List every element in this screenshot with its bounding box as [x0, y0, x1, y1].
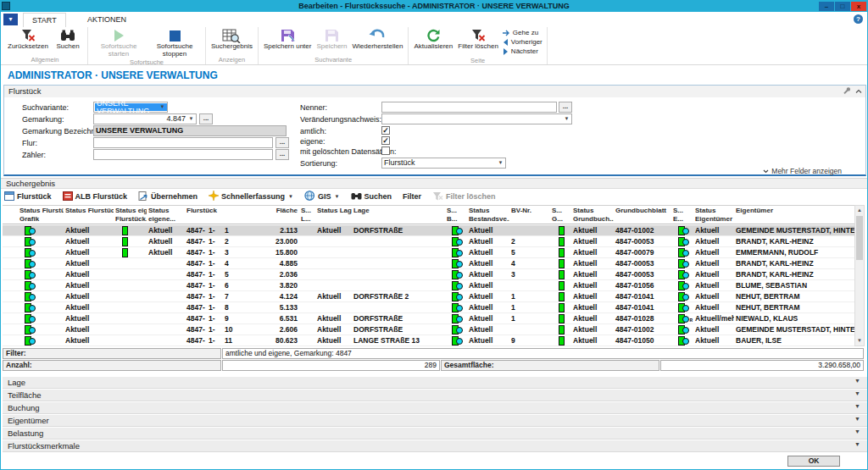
column-header-eigentuemer[interactable]: Eigentümer	[734, 206, 856, 224]
table-row[interactable]: Aktuell4847-1-52.036Aktuell3Aktuell4847-…	[3, 269, 856, 280]
veraenderung-combo[interactable]: ▼	[381, 113, 572, 124]
more-fields-link[interactable]: Mehr Felder anzeigen	[763, 167, 842, 175]
column-header-s_g[interactable]: S...G...	[550, 206, 571, 224]
toolbar-button-suchen[interactable]: Suchen	[351, 191, 392, 202]
column-header-bv[interactable]: BV-Nr.	[509, 206, 550, 224]
toolbar-button-alb-flurstueck[interactable]: ALB Flurstück	[63, 191, 128, 202]
nenner-field[interactable]	[381, 102, 557, 113]
column-header-flaeche[interactable]: Fläche	[247, 206, 299, 224]
sortierung-combo[interactable]: Flurstück ▼	[381, 158, 506, 169]
table-row[interactable]: Aktuell4847-1-85.133Aktuell1Aktuell4847-…	[3, 302, 856, 313]
chevron-down-icon[interactable]: ▼	[159, 102, 166, 112]
chevron-down-icon[interactable]: ▼	[563, 114, 570, 124]
ribbon-button-speichern[interactable]: Speichern	[314, 27, 349, 51]
suchvariante-combo[interactable]: UNSERE VERWALTUNG ▼	[93, 102, 168, 113]
table-row[interactable]: AktuellAktuell4847-1-315.800Aktuell5Aktu…	[3, 247, 856, 258]
chevron-down-icon[interactable]: ▼	[854, 441, 860, 447]
wrench-icon[interactable]	[843, 86, 850, 96]
ribbon-button-suchergebnis[interactable]: Suchergebnis	[209, 27, 255, 51]
ribbon-button-zuruecksetzen[interactable]: Zurücksetzen	[5, 27, 51, 51]
flur-lookup-button[interactable]: ...	[275, 137, 289, 148]
chevron-down-icon[interactable]: ▼	[288, 194, 293, 199]
tab-start[interactable]: START	[23, 13, 66, 27]
section-bar-belastung[interactable]: Belastung▼	[3, 428, 867, 440]
section-bar-eigent-mer[interactable]: Eigentümer▼	[3, 415, 867, 427]
gemarkung-lookup-button[interactable]: ...	[199, 113, 213, 124]
ribbon-button-sofortsuche-stoppen[interactable]: Sofortsuche stoppen	[147, 27, 203, 58]
maximize-button[interactable]: □	[835, 2, 850, 11]
column-header-st_eig_icon[interactable]: Status eig.Flurstück...	[114, 206, 147, 224]
ribbon-button-suchen[interactable]: Suchen	[51, 27, 85, 51]
tab-aktionen[interactable]: AKTIONEN	[79, 13, 135, 27]
table-row[interactable]: Aktuell4847-1-96.531AktuellDORFSTRAßEAkt…	[3, 313, 856, 324]
eigene-checkbox[interactable]: ✓	[381, 136, 390, 145]
column-header-gbb[interactable]: Grundbuchblatt	[614, 206, 671, 224]
column-header-st_eigene[interactable]: Statuseigene...	[147, 206, 185, 224]
toolbar-button-filter-loeschen[interactable]: Filter löschen	[432, 191, 496, 202]
grid-scrollbar[interactable]: ▲ ▼	[854, 205, 865, 346]
flur-field[interactable]	[93, 137, 273, 148]
zaehler-lookup-button[interactable]: ...	[275, 149, 289, 160]
gemarkung-field[interactable]: 4.847 ▼	[93, 113, 197, 124]
results-section-header[interactable]: Suchergebnis	[1, 178, 867, 189]
table-row[interactable]: Aktuell4847-1-102.606AktuellDORFSTRAßEAk…	[3, 324, 856, 335]
chevron-down-icon[interactable]: ▼	[497, 158, 504, 168]
column-header-s_l[interactable]: S...L...	[299, 206, 315, 224]
column-header-s_e[interactable]: S...E...	[671, 206, 693, 224]
chevron-down-icon[interactable]: ▼	[854, 378, 860, 384]
scroll-down-icon[interactable]: ▼	[855, 336, 864, 346]
column-header-st_flurstueck[interactable]: Status Flurstück	[64, 206, 114, 224]
toolbar-button-filter[interactable]: Filter	[403, 192, 421, 201]
ribbon-button-filter-loeschen[interactable]: Filter löschen	[455, 27, 501, 51]
table-row[interactable]: Aktuell4847-1-63.820AktuellAktuell4847-0…	[3, 280, 856, 291]
section-bar-lage[interactable]: Lage▼	[3, 377, 867, 389]
column-header-gutter[interactable]	[3, 206, 18, 224]
table-row[interactable]: Aktuell4847-1-1180.623AktuellLANGE STRAß…	[3, 335, 856, 346]
scroll-up-icon[interactable]: ▲	[855, 206, 864, 215]
chevron-down-icon[interactable]: ▼	[854, 416, 860, 422]
table-row[interactable]: Aktuell4847-1-44.885Aktuell4Aktuell4847-…	[3, 258, 856, 269]
toolbar-button-uebernehmen[interactable]: Übernehmen	[138, 191, 198, 202]
column-header-grafik[interactable]: Status FlurstückGrafik	[18, 206, 64, 224]
scroll-thumb[interactable]	[856, 216, 863, 260]
table-row[interactable]: AktuellAktuell4847-1-12.113AktuellDORFST…	[3, 225, 856, 236]
toolbar-button-flurstueck[interactable]: Flurstück	[4, 191, 52, 202]
ribbon-link-naechster[interactable]: Nächster	[503, 47, 542, 56]
ribbon-button-aktualisieren[interactable]: Aktualisieren	[411, 27, 455, 51]
column-header-lage[interactable]: Lage	[352, 206, 445, 224]
chevron-down-icon[interactable]: ▼	[854, 429, 860, 434]
toolbar-button-gis[interactable]: GIS▼	[304, 191, 339, 202]
column-header-st_bestand[interactable]: StatusBestandsve...	[467, 206, 509, 224]
app-menu-button[interactable]: ▼	[3, 14, 18, 25]
geloescht-checkbox[interactable]	[381, 147, 390, 155]
chevron-down-icon[interactable]: ▼	[187, 114, 195, 124]
fasttab-header[interactable]: Flurstück	[4, 86, 865, 97]
chevron-down-icon[interactable]: ▼	[335, 194, 340, 199]
amtlich-checkbox[interactable]: ✓	[381, 126, 390, 135]
ribbon-link-vorheriger[interactable]: Vorheriger	[503, 37, 542, 47]
help-icon[interactable]: ?	[854, 14, 863, 24]
toolbar-button-schnellerfassung[interactable]: Schnellerfassung▼	[209, 191, 293, 202]
column-header-st_lage[interactable]: Status Lage	[315, 206, 352, 224]
column-header-st_grundbuch[interactable]: StatusGrundbuch...	[571, 206, 614, 224]
ribbon-button-sofortsuche-starten[interactable]: Sofortsuche starten	[91, 27, 147, 58]
section-bar-flurst-cksmerkmale[interactable]: Flurstücksmerkmale▼	[3, 440, 867, 452]
ok-button[interactable]: OK	[787, 456, 840, 467]
chevron-down-icon[interactable]: ▼	[854, 390, 860, 396]
column-header-flurstueck[interactable]: Flurstück	[185, 206, 247, 224]
ribbon-button-wiederherstellen[interactable]: Wiederherstellen	[349, 27, 405, 51]
nenner-lookup-button[interactable]: ...	[559, 102, 572, 113]
column-header-s_b[interactable]: S...B...	[445, 206, 467, 224]
ribbon-link-gehe-zu[interactable]: Gehe zu	[503, 28, 542, 37]
table-row[interactable]: AktuellAktuell4847-1-223.000Aktuell2Aktu…	[3, 236, 856, 247]
section-bar-buchung[interactable]: Buchung▼	[3, 402, 867, 414]
minimize-button[interactable]: –	[819, 2, 834, 11]
collapse-chevron-icon[interactable]	[855, 86, 862, 96]
section-bar-teilfl-che[interactable]: Teilfläche▼	[3, 390, 867, 401]
ribbon-button-speichern-unter[interactable]: Speichern unter	[261, 27, 314, 51]
close-button[interactable]: x	[851, 2, 866, 11]
chevron-down-icon[interactable]: ▼	[854, 403, 860, 409]
zaehler-field[interactable]	[93, 149, 273, 160]
table-row[interactable]: Aktuell4847-1-74.124AktuellDORFSTRAßE 2A…	[3, 291, 856, 302]
column-header-st_eigentuemer[interactable]: StatusEigentümer	[693, 206, 734, 224]
